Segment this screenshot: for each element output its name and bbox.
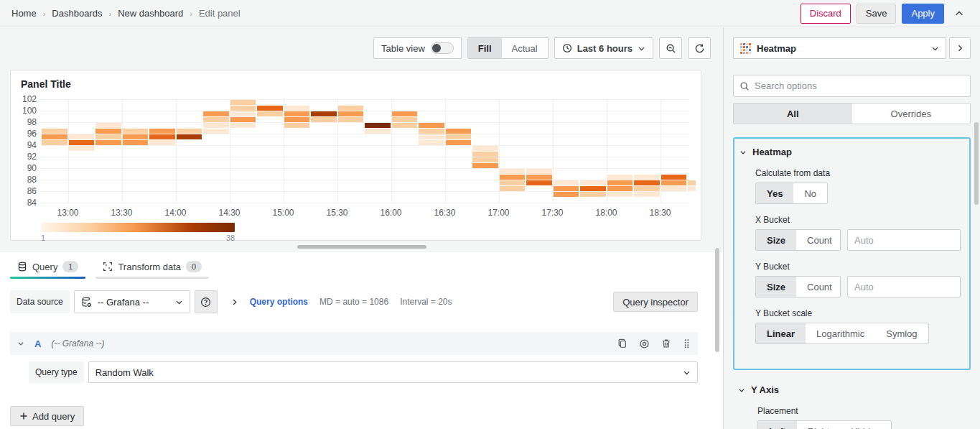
heatmap-cell[interactable]	[95, 134, 121, 139]
drag-handle-icon[interactable]	[683, 338, 691, 349]
calc-yes-option[interactable]: Yes	[756, 183, 793, 203]
collapse-options-button[interactable]	[949, 37, 971, 59]
scale-symlog-option[interactable]: Symlog	[875, 323, 928, 343]
heatmap-cell[interactable]	[446, 134, 472, 139]
heatmap-cell[interactable]	[69, 140, 95, 145]
heatmap-cell[interactable]	[230, 111, 256, 116]
heatmap-cell[interactable]	[284, 117, 310, 122]
heatmap-cell[interactable]	[123, 140, 149, 145]
heatmap-cell[interactable]	[446, 129, 472, 134]
heatmap-cell[interactable]	[419, 134, 444, 139]
heatmap-cell[interactable]	[123, 134, 149, 139]
heatmap-cell[interactable]	[392, 123, 418, 128]
heatmap-chart[interactable]: 102100989694929088868413:0013:3014:0014:…	[19, 96, 692, 234]
heatmap-cell[interactable]	[580, 192, 606, 197]
delete-query-icon[interactable]	[661, 338, 671, 349]
heatmap-cell[interactable]	[634, 192, 660, 197]
heatmap-cell[interactable]	[472, 146, 498, 151]
heatmap-cell[interactable]	[42, 140, 67, 145]
x-bucket-size-option[interactable]: Size	[756, 230, 796, 250]
heatmap-cell[interactable]	[95, 129, 121, 134]
heatmap-cell[interactable]	[500, 180, 526, 185]
heatmap-cell[interactable]	[607, 175, 633, 180]
fill-option[interactable]: Fill	[468, 38, 502, 58]
heatmap-cell[interactable]	[472, 157, 498, 162]
add-query-button[interactable]: Add query	[10, 406, 84, 426]
hide-query-icon[interactable]	[639, 338, 650, 349]
pane-resize-handle[interactable]	[297, 245, 426, 249]
heatmap-cell[interactable]	[688, 186, 696, 191]
heatmap-cell[interactable]	[554, 180, 579, 185]
heatmap-cell[interactable]	[203, 117, 229, 122]
heatmap-cell[interactable]	[257, 106, 283, 111]
heatmap-cell[interactable]	[419, 123, 444, 128]
heatmap-cell[interactable]	[230, 106, 256, 111]
heatmap-cell[interactable]	[392, 111, 418, 116]
heatmap-cell[interactable]	[284, 106, 310, 111]
heatmap-cell[interactable]	[230, 123, 256, 128]
x-bucket-size-input[interactable]	[847, 229, 961, 251]
heatmap-cell[interactable]	[526, 180, 552, 185]
heatmap-cell[interactable]	[69, 134, 95, 139]
heatmap-cell[interactable]	[338, 111, 364, 116]
heatmap-cell[interactable]	[338, 106, 364, 111]
heatmap-cell[interactable]	[284, 123, 310, 128]
heatmap-cell[interactable]	[42, 134, 67, 139]
options-search-input[interactable]	[755, 80, 964, 91]
options-search[interactable]	[733, 75, 971, 97]
heatmap-cell[interactable]	[472, 163, 498, 168]
heatmap-cell[interactable]	[500, 169, 526, 174]
query-row-a-header[interactable]: A (-- Grafana --)	[10, 332, 698, 355]
options-tab-all[interactable]: All	[734, 103, 852, 124]
heatmap-cell[interactable]	[230, 100, 256, 105]
table-view-toggle[interactable]	[431, 42, 454, 54]
breadcrumb-dashboards[interactable]: Dashboards	[52, 8, 102, 19]
y-bucket-size-input[interactable]	[847, 276, 961, 297]
datasource-help-button[interactable]	[195, 290, 218, 313]
zoom-out-button[interactable]	[659, 37, 682, 59]
heatmap-cell[interactable]	[554, 186, 579, 191]
heatmap-cell[interactable]	[95, 140, 121, 145]
y-bucket-size-option[interactable]: Size	[756, 277, 796, 297]
heatmap-cell[interactable]	[500, 175, 526, 180]
heatmap-cell[interactable]	[607, 186, 633, 191]
heatmap-cell[interactable]	[95, 123, 121, 128]
time-range-picker[interactable]: Last 6 hours	[554, 37, 653, 59]
heatmap-cell[interactable]	[149, 134, 175, 139]
collapse-topbar-button[interactable]	[950, 7, 969, 20]
heatmap-cell[interactable]	[661, 180, 687, 185]
heatmap-cell[interactable]	[526, 175, 552, 180]
heatmap-cell[interactable]	[419, 140, 444, 145]
query-inspector-button[interactable]: Query inspector	[613, 292, 698, 312]
save-button[interactable]: Save	[857, 4, 897, 24]
scale-linear-option[interactable]: Linear	[756, 323, 806, 343]
refresh-button[interactable]	[688, 37, 711, 59]
heatmap-cell[interactable]	[149, 129, 175, 134]
calc-no-option[interactable]: No	[793, 183, 827, 203]
sidebar-scrollbar[interactable]	[974, 122, 979, 205]
heatmap-cell[interactable]	[203, 123, 229, 128]
heatmap-cell[interactable]	[500, 186, 526, 191]
heatmap-cell[interactable]	[661, 186, 687, 191]
heatmap-cell[interactable]	[177, 129, 202, 134]
duplicate-query-icon[interactable]	[617, 338, 627, 349]
discard-button[interactable]: Discard	[801, 4, 851, 24]
heatmap-cell[interactable]	[123, 129, 149, 134]
heatmap-cell[interactable]	[203, 111, 229, 116]
heatmap-cell[interactable]	[634, 186, 660, 191]
heatmap-cell[interactable]	[69, 146, 95, 151]
datasource-select[interactable]: -- Grafana --	[74, 290, 190, 313]
heatmap-cell[interactable]	[526, 169, 552, 174]
x-bucket-count-option[interactable]: Count	[796, 230, 841, 250]
breadcrumb-new-dashboard[interactable]: New dashboard	[118, 8, 183, 19]
heatmap-cell[interactable]	[661, 175, 687, 180]
chevron-down-icon[interactable]	[17, 340, 24, 347]
heatmap-cell[interactable]	[634, 175, 660, 180]
heatmap-cell[interactable]	[688, 180, 696, 185]
heatmap-cell[interactable]	[365, 123, 391, 128]
heatmap-cell[interactable]	[230, 117, 256, 122]
placement-left-option[interactable]: Left	[758, 421, 797, 429]
heatmap-cell[interactable]	[392, 117, 418, 122]
heatmap-cell[interactable]	[607, 180, 633, 185]
angle-right-icon[interactable]	[230, 298, 238, 306]
